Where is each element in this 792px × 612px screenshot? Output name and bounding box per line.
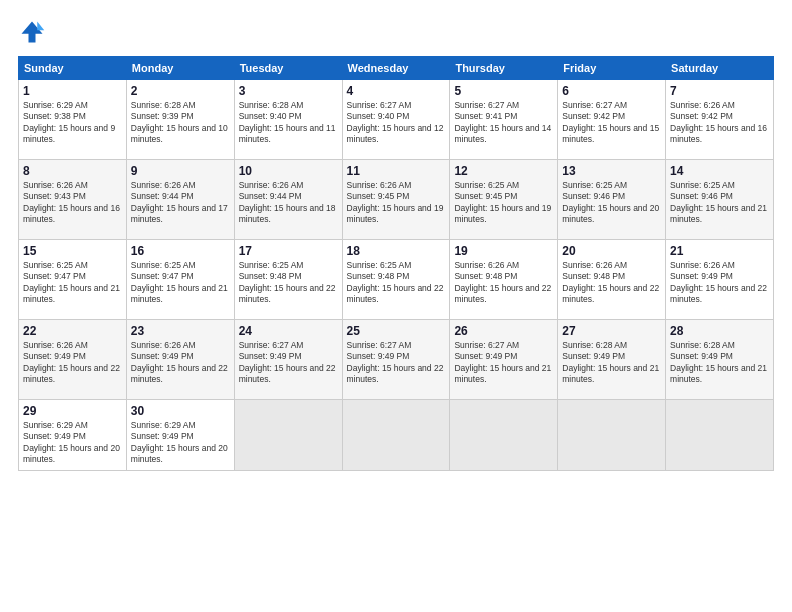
daylight-label: Daylight: 15 hours and 17 minutes. [131, 203, 228, 224]
calendar-cell: 12 Sunrise: 6:25 AM Sunset: 9:45 PM Dayl… [450, 160, 558, 240]
sunrise-label: Sunrise: 6:25 AM [131, 260, 196, 270]
calendar-cell [666, 400, 774, 471]
day-number: 9 [131, 164, 230, 178]
day-number: 10 [239, 164, 338, 178]
calendar-cell: 2 Sunrise: 6:28 AM Sunset: 9:39 PM Dayli… [126, 80, 234, 160]
sunrise-label: Sunrise: 6:25 AM [454, 180, 519, 190]
daylight-label: Daylight: 15 hours and 19 minutes. [454, 203, 551, 224]
day-number: 22 [23, 324, 122, 338]
calendar-cell: 15 Sunrise: 6:25 AM Sunset: 9:47 PM Dayl… [19, 240, 127, 320]
sunset-label: Sunset: 9:39 PM [131, 111, 194, 121]
calendar-cell: 20 Sunrise: 6:26 AM Sunset: 9:48 PM Dayl… [558, 240, 666, 320]
weekday-header-wednesday: Wednesday [342, 57, 450, 80]
sunset-label: Sunset: 9:47 PM [131, 271, 194, 281]
calendar-table: SundayMondayTuesdayWednesdayThursdayFrid… [18, 56, 774, 471]
day-info: Sunrise: 6:28 AM Sunset: 9:49 PM Dayligh… [670, 340, 769, 386]
sunset-label: Sunset: 9:48 PM [454, 271, 517, 281]
daylight-label: Daylight: 15 hours and 22 minutes. [562, 283, 659, 304]
weekday-header-sunday: Sunday [19, 57, 127, 80]
day-info: Sunrise: 6:26 AM Sunset: 9:44 PM Dayligh… [239, 180, 338, 226]
weekday-header-saturday: Saturday [666, 57, 774, 80]
day-number: 4 [347, 84, 446, 98]
sunset-label: Sunset: 9:42 PM [670, 111, 733, 121]
daylight-label: Daylight: 15 hours and 21 minutes. [454, 363, 551, 384]
calendar-week-row: 1 Sunrise: 6:29 AM Sunset: 9:38 PM Dayli… [19, 80, 774, 160]
weekday-header-friday: Friday [558, 57, 666, 80]
daylight-label: Daylight: 15 hours and 20 minutes. [131, 443, 228, 464]
day-number: 1 [23, 84, 122, 98]
sunrise-label: Sunrise: 6:26 AM [23, 340, 88, 350]
daylight-label: Daylight: 15 hours and 11 minutes. [239, 123, 336, 144]
sunrise-label: Sunrise: 6:28 AM [131, 100, 196, 110]
calendar-cell: 29 Sunrise: 6:29 AM Sunset: 9:49 PM Dayl… [19, 400, 127, 471]
day-info: Sunrise: 6:29 AM Sunset: 9:49 PM Dayligh… [131, 420, 230, 466]
calendar-cell: 30 Sunrise: 6:29 AM Sunset: 9:49 PM Dayl… [126, 400, 234, 471]
calendar-cell: 21 Sunrise: 6:26 AM Sunset: 9:49 PM Dayl… [666, 240, 774, 320]
day-info: Sunrise: 6:25 AM Sunset: 9:46 PM Dayligh… [562, 180, 661, 226]
day-number: 8 [23, 164, 122, 178]
day-info: Sunrise: 6:28 AM Sunset: 9:49 PM Dayligh… [562, 340, 661, 386]
calendar-cell: 7 Sunrise: 6:26 AM Sunset: 9:42 PM Dayli… [666, 80, 774, 160]
sunset-label: Sunset: 9:48 PM [239, 271, 302, 281]
calendar-cell: 22 Sunrise: 6:26 AM Sunset: 9:49 PM Dayl… [19, 320, 127, 400]
daylight-label: Daylight: 15 hours and 20 minutes. [23, 443, 120, 464]
sunrise-label: Sunrise: 6:27 AM [347, 340, 412, 350]
daylight-label: Daylight: 15 hours and 22 minutes. [347, 283, 444, 304]
sunset-label: Sunset: 9:48 PM [347, 271, 410, 281]
daylight-label: Daylight: 15 hours and 22 minutes. [670, 283, 767, 304]
daylight-label: Daylight: 15 hours and 19 minutes. [347, 203, 444, 224]
sunset-label: Sunset: 9:49 PM [454, 351, 517, 361]
day-info: Sunrise: 6:27 AM Sunset: 9:41 PM Dayligh… [454, 100, 553, 146]
sunrise-label: Sunrise: 6:29 AM [23, 100, 88, 110]
day-number: 16 [131, 244, 230, 258]
day-number: 5 [454, 84, 553, 98]
sunrise-label: Sunrise: 6:26 AM [23, 180, 88, 190]
weekday-header-monday: Monday [126, 57, 234, 80]
day-number: 18 [347, 244, 446, 258]
day-info: Sunrise: 6:25 AM Sunset: 9:48 PM Dayligh… [239, 260, 338, 306]
sunrise-label: Sunrise: 6:26 AM [131, 340, 196, 350]
calendar-cell: 28 Sunrise: 6:28 AM Sunset: 9:49 PM Dayl… [666, 320, 774, 400]
sunset-label: Sunset: 9:44 PM [131, 191, 194, 201]
daylight-label: Daylight: 15 hours and 15 minutes. [562, 123, 659, 144]
calendar-cell: 25 Sunrise: 6:27 AM Sunset: 9:49 PM Dayl… [342, 320, 450, 400]
day-number: 29 [23, 404, 122, 418]
daylight-label: Daylight: 15 hours and 22 minutes. [454, 283, 551, 304]
calendar-cell: 3 Sunrise: 6:28 AM Sunset: 9:40 PM Dayli… [234, 80, 342, 160]
daylight-label: Daylight: 15 hours and 22 minutes. [347, 363, 444, 384]
day-number: 17 [239, 244, 338, 258]
daylight-label: Daylight: 15 hours and 16 minutes. [23, 203, 120, 224]
sunrise-label: Sunrise: 6:26 AM [347, 180, 412, 190]
sunset-label: Sunset: 9:49 PM [562, 351, 625, 361]
logo [18, 18, 50, 46]
sunset-label: Sunset: 9:40 PM [239, 111, 302, 121]
calendar-cell: 14 Sunrise: 6:25 AM Sunset: 9:46 PM Dayl… [666, 160, 774, 240]
daylight-label: Daylight: 15 hours and 18 minutes. [239, 203, 336, 224]
sunrise-label: Sunrise: 6:27 AM [562, 100, 627, 110]
sunrise-label: Sunrise: 6:25 AM [347, 260, 412, 270]
day-number: 30 [131, 404, 230, 418]
calendar-cell: 10 Sunrise: 6:26 AM Sunset: 9:44 PM Dayl… [234, 160, 342, 240]
day-number: 23 [131, 324, 230, 338]
calendar-cell [342, 400, 450, 471]
daylight-label: Daylight: 15 hours and 21 minutes. [670, 203, 767, 224]
sunrise-label: Sunrise: 6:28 AM [670, 340, 735, 350]
sunset-label: Sunset: 9:46 PM [562, 191, 625, 201]
day-number: 11 [347, 164, 446, 178]
sunrise-label: Sunrise: 6:26 AM [239, 180, 304, 190]
day-number: 25 [347, 324, 446, 338]
sunset-label: Sunset: 9:45 PM [454, 191, 517, 201]
calendar-cell: 24 Sunrise: 6:27 AM Sunset: 9:49 PM Dayl… [234, 320, 342, 400]
calendar-cell: 19 Sunrise: 6:26 AM Sunset: 9:48 PM Dayl… [450, 240, 558, 320]
sunset-label: Sunset: 9:49 PM [670, 351, 733, 361]
daylight-label: Daylight: 15 hours and 14 minutes. [454, 123, 551, 144]
sunset-label: Sunset: 9:40 PM [347, 111, 410, 121]
day-info: Sunrise: 6:28 AM Sunset: 9:40 PM Dayligh… [239, 100, 338, 146]
weekday-header-thursday: Thursday [450, 57, 558, 80]
sunset-label: Sunset: 9:45 PM [347, 191, 410, 201]
daylight-label: Daylight: 15 hours and 22 minutes. [131, 363, 228, 384]
daylight-label: Daylight: 15 hours and 21 minutes. [23, 283, 120, 304]
calendar-week-row: 15 Sunrise: 6:25 AM Sunset: 9:47 PM Dayl… [19, 240, 774, 320]
sunset-label: Sunset: 9:48 PM [562, 271, 625, 281]
sunrise-label: Sunrise: 6:28 AM [562, 340, 627, 350]
